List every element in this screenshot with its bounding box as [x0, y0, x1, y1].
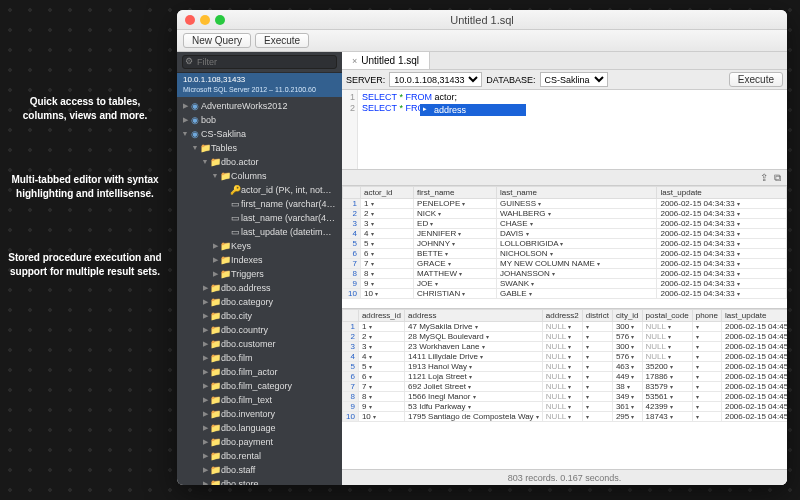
- execute-button[interactable]: Execute: [255, 33, 309, 48]
- editor-tab[interactable]: × Untitled 1.sql: [342, 52, 430, 69]
- tree-item[interactable]: ▼◉CS-Saklina: [177, 127, 342, 141]
- tree-item[interactable]: ▶📁dbo.film_category: [177, 379, 342, 393]
- table-row[interactable]: 1010 ▾1795 Santiago de Compostela Way ▾N…: [343, 412, 788, 422]
- table-row[interactable]: 11 ▾PENELOPE ▾GUINESS ▾2006-02-15 04:34:…: [343, 199, 787, 209]
- titlebar[interactable]: Untitled 1.sql: [177, 10, 787, 30]
- sidebar: 10.0.1.108,31433 Microsoft SQL Server 20…: [177, 52, 342, 485]
- tree-item[interactable]: ▼📁Tables: [177, 141, 342, 155]
- table-row[interactable]: 88 ▾1566 Inegl Manor ▾NULL ▾ ▾349 ▾53561…: [343, 392, 788, 402]
- table-row[interactable]: 88 ▾MATTHEW ▾JOHANSSON ▾2006-02-15 04:34…: [343, 269, 787, 279]
- column-header[interactable]: postal_code: [642, 310, 692, 322]
- column-header[interactable]: address_id: [358, 310, 404, 322]
- tree-item[interactable]: ▶📁dbo.customer: [177, 337, 342, 351]
- column-header[interactable]: actor_id: [361, 187, 414, 199]
- execute-query-button[interactable]: Execute: [729, 72, 783, 87]
- table-row[interactable]: 22 ▾28 MySQL Boulevard ▾NULL ▾ ▾576 ▾NUL…: [343, 332, 788, 342]
- column-header[interactable]: last_name: [496, 187, 656, 199]
- table-row[interactable]: 44 ▾1411 Lillydale Drive ▾NULL ▾ ▾576 ▾N…: [343, 352, 788, 362]
- server-host: 10.0.1.108,31433: [183, 75, 336, 85]
- table-row[interactable]: 55 ▾JOHNNY ▾LOLLOBRIGIDA ▾2006-02-15 04:…: [343, 239, 787, 249]
- tree-item[interactable]: ▶📁dbo.inventory: [177, 407, 342, 421]
- copy-icon[interactable]: ⧉: [774, 172, 781, 184]
- table-row[interactable]: 99 ▾53 Idfu Parkway ▾NULL ▾ ▾361 ▾42399 …: [343, 402, 788, 412]
- tree-item[interactable]: ▶📁dbo.country: [177, 323, 342, 337]
- table-row[interactable]: 22 ▾NICK ▾WAHLBERG ▾2006-02-15 04:34:33 …: [343, 209, 787, 219]
- tree-item[interactable]: ▭last_name (varchar(4…: [177, 211, 342, 225]
- marketing-captions: Quick access to tables, columns, views a…: [0, 0, 170, 500]
- table-row[interactable]: 77 ▾GRACE ▾MY NEW COLUMN NAME ▾2006-02-1…: [343, 259, 787, 269]
- caption-3: Stored procedure execution and support f…: [8, 251, 162, 279]
- table-row[interactable]: 66 ▾1121 Loja Street ▾NULL ▾ ▾449 ▾17886…: [343, 372, 788, 382]
- tab-label: Untitled 1.sql: [361, 55, 419, 66]
- tree-item[interactable]: ▶◉bob: [177, 113, 342, 127]
- connection-bar: SERVER: 10.0.1.108,31433 DATABASE: CS-Sa…: [342, 70, 787, 90]
- table-row[interactable]: 1010 ▾CHRISTIAN ▾GABLE ▾2006-02-15 04:34…: [343, 289, 787, 299]
- tree-item[interactable]: 🔑actor_id (PK, int, not…: [177, 183, 342, 197]
- results-grid-2[interactable]: address_idaddressaddress2districtcity_id…: [342, 308, 787, 469]
- intellisense-popup[interactable]: address: [420, 104, 526, 116]
- column-header[interactable]: last_update: [657, 187, 787, 199]
- server-select[interactable]: 10.0.1.108,31433: [389, 72, 482, 87]
- results-toolbar: ⇪ ⧉: [342, 170, 787, 186]
- app-window: Untitled 1.sql New Query Execute 10.0.1.…: [177, 10, 787, 485]
- table-row[interactable]: 77 ▾692 Joliet Street ▾NULL ▾ ▾38 ▾83579…: [343, 382, 788, 392]
- results-grid-1[interactable]: actor_idfirst_namelast_namelast_update11…: [342, 186, 787, 308]
- table-row[interactable]: 55 ▾1913 Hanoi Way ▾NULL ▾ ▾463 ▾35200 ▾…: [343, 362, 788, 372]
- tree-item[interactable]: ▶📁Keys: [177, 239, 342, 253]
- export-icon[interactable]: ⇪: [760, 172, 768, 183]
- tree-item[interactable]: ▶◉AdventureWorks2012: [177, 99, 342, 113]
- tree-item[interactable]: ▭last_update (datetim…: [177, 225, 342, 239]
- column-header[interactable]: address: [405, 310, 543, 322]
- tree-item[interactable]: ▶📁dbo.store: [177, 477, 342, 485]
- window-title: Untitled 1.sql: [177, 14, 787, 26]
- table-row[interactable]: 11 ▾47 MySakila Drive ▾NULL ▾ ▾300 ▾NULL…: [343, 322, 788, 332]
- tree-item[interactable]: ▶📁dbo.city: [177, 309, 342, 323]
- tree-item[interactable]: ▶📁Triggers: [177, 267, 342, 281]
- database-select[interactable]: CS-Saklina: [540, 72, 608, 87]
- tree-item[interactable]: ▶📁Indexes: [177, 253, 342, 267]
- new-query-button[interactable]: New Query: [183, 33, 251, 48]
- tree-item[interactable]: ▼📁dbo.actor: [177, 155, 342, 169]
- caption-1: Quick access to tables, columns, views a…: [8, 95, 162, 123]
- tree-item[interactable]: ▶📁dbo.film: [177, 351, 342, 365]
- server-label: SERVER:: [346, 75, 385, 85]
- tree-item[interactable]: ▭first_name (varchar(4…: [177, 197, 342, 211]
- toolbar: New Query Execute: [177, 30, 787, 52]
- tree-item[interactable]: ▶📁dbo.staff: [177, 463, 342, 477]
- column-header[interactable]: phone: [692, 310, 721, 322]
- column-header[interactable]: first_name: [414, 187, 497, 199]
- server-header[interactable]: 10.0.1.108,31433 Microsoft SQL Server 20…: [177, 73, 342, 97]
- object-tree[interactable]: ▶◉AdventureWorks2012▶◉bob▼◉CS-Saklina▼📁T…: [177, 97, 342, 485]
- status-bar: 803 records. 0.167 seconds.: [342, 469, 787, 485]
- table-row[interactable]: 99 ▾JOE ▾SWANK ▾2006-02-15 04:34:33 ▾: [343, 279, 787, 289]
- table-row[interactable]: 44 ▾JENNIFER ▾DAVIS ▾2006-02-15 04:34:33…: [343, 229, 787, 239]
- tree-item[interactable]: ▶📁dbo.rental: [177, 449, 342, 463]
- column-header[interactable]: district: [582, 310, 612, 322]
- caption-2: Multi-tabbed editor with syntax highligh…: [8, 173, 162, 201]
- filter-input[interactable]: [182, 55, 337, 69]
- table-row[interactable]: 66 ▾BETTE ▾NICHOLSON ▾2006-02-15 04:34:3…: [343, 249, 787, 259]
- sql-editor[interactable]: 12 SELECT * FROM actor;SELECT * FROM add…: [342, 90, 787, 170]
- tree-item[interactable]: ▶📁dbo.address: [177, 281, 342, 295]
- table-row[interactable]: 33 ▾23 Workhaven Lane ▾NULL ▾ ▾300 ▾NULL…: [343, 342, 788, 352]
- tree-item[interactable]: ▶📁dbo.film_actor: [177, 365, 342, 379]
- close-tab-icon[interactable]: ×: [352, 56, 357, 66]
- column-header[interactable]: address2: [542, 310, 582, 322]
- column-header[interactable]: last_update: [721, 310, 787, 322]
- editor-tabbar: × Untitled 1.sql: [342, 52, 787, 70]
- tree-item[interactable]: ▼📁Columns: [177, 169, 342, 183]
- server-version: Microsoft SQL Server 2012 – 11.0.2100.60: [183, 85, 336, 95]
- tree-item[interactable]: ▶📁dbo.payment: [177, 435, 342, 449]
- tree-item[interactable]: ▶📁dbo.language: [177, 421, 342, 435]
- table-row[interactable]: 33 ▾ED ▾CHASE ▾2006-02-15 04:34:33 ▾: [343, 219, 787, 229]
- tree-item[interactable]: ▶📁dbo.category: [177, 295, 342, 309]
- column-header[interactable]: city_id: [612, 310, 642, 322]
- tree-item[interactable]: ▶📁dbo.film_text: [177, 393, 342, 407]
- database-label: DATABASE:: [486, 75, 535, 85]
